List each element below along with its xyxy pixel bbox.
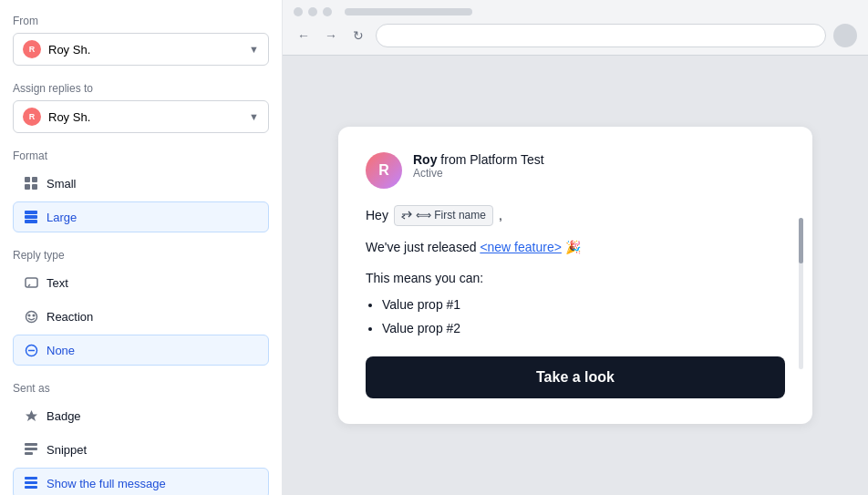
from-arrow-icon: ▼ — [249, 44, 259, 55]
svg-rect-5 — [25, 215, 37, 219]
reply-none-label: None — [46, 344, 75, 357]
format-large[interactable]: Large — [13, 201, 269, 232]
svg-rect-17 — [25, 481, 37, 484]
sent-as-options: Badge Snippet Show the f — [13, 400, 269, 495]
nav-bar: ← → ↻ — [294, 24, 857, 47]
value-prop-2: Value prop #2 — [382, 318, 785, 338]
svg-rect-18 — [25, 486, 37, 489]
url-input[interactable] — [376, 24, 826, 47]
reply-text[interactable]: Text — [13, 267, 269, 298]
svg-rect-3 — [32, 184, 37, 190]
from-section: From R Roy Sh. ▼ — [13, 15, 269, 66]
greeting-line: Hey ⟺ First name , — [366, 205, 785, 226]
sender-name: Roy from Platform Test — [413, 152, 544, 167]
svg-rect-7 — [26, 278, 37, 287]
from-avatar: R — [23, 40, 41, 58]
assign-replies-label: Assign replies to — [13, 82, 269, 95]
svg-point-10 — [33, 315, 35, 316]
sent-as-full-message-label: Show the full message — [46, 477, 166, 490]
swap-icon — [401, 211, 412, 220]
sent-as-snippet[interactable]: Snippet — [13, 434, 269, 465]
dot-red — [294, 7, 303, 16]
assign-value: Roy Sh. — [48, 110, 90, 124]
cta-button[interactable]: Take a look — [366, 356, 785, 398]
refresh-icon[interactable]: ↻ — [348, 28, 368, 43]
from-label: From — [13, 15, 269, 27]
small-icon — [23, 175, 39, 191]
sent-as-full-message[interactable]: Show the full message — [13, 468, 269, 495]
format-small-label: Small — [46, 177, 77, 191]
format-small[interactable]: Small — [13, 168, 269, 199]
feature-link[interactable]: <new feature> — [480, 240, 562, 254]
left-panel: From R Roy Sh. ▼ Assign replies to R Roy… — [0, 0, 283, 495]
large-icon — [23, 209, 39, 225]
format-options: Small Large — [13, 168, 269, 232]
svg-rect-1 — [32, 177, 37, 182]
forward-icon[interactable]: → — [321, 28, 341, 43]
back-icon[interactable]: ← — [294, 28, 314, 43]
first-name-label: ⟺ First name — [416, 207, 486, 224]
scrollbar-track — [799, 218, 803, 370]
from-value: Roy Sh. — [48, 43, 90, 57]
feature-text-paragraph: We've just released <new feature> 🎉 — [366, 237, 785, 257]
reply-text-label: Text — [46, 276, 68, 290]
text-icon — [23, 274, 39, 291]
none-icon — [23, 342, 39, 358]
snippet-icon — [23, 441, 39, 458]
feature-emoji: 🎉 — [565, 240, 581, 254]
message-card: R Roy from Platform Test Active Hey — [338, 127, 812, 425]
browser-menu-icon — [833, 24, 857, 47]
sent-as-label: Sent as — [13, 382, 269, 395]
card-header: R Roy from Platform Test Active — [366, 152, 785, 189]
svg-rect-2 — [25, 184, 30, 190]
assign-arrow-icon: ▼ — [249, 111, 259, 122]
value-props-list: Value prop #1 Value prop #2 — [366, 294, 785, 339]
svg-rect-6 — [25, 220, 37, 223]
full-message-icon — [23, 475, 39, 491]
sender-status: Active — [413, 167, 544, 180]
format-section: Format Small Large — [13, 150, 269, 232]
dot-yellow — [308, 7, 317, 16]
feature-text: We've just released — [366, 240, 480, 254]
format-label: Format — [13, 150, 269, 162]
browser-content: R Roy from Platform Test Active Hey — [283, 56, 868, 495]
dot-green — [323, 7, 332, 16]
svg-rect-13 — [25, 443, 37, 446]
svg-rect-0 — [25, 177, 30, 182]
assign-replies-dropdown[interactable]: R Roy Sh. ▼ — [13, 100, 269, 133]
reply-reaction[interactable]: Reaction — [13, 301, 269, 332]
assign-replies-section: Assign replies to R Roy Sh. ▼ — [13, 82, 269, 133]
means-text: This means you can: — [366, 268, 785, 288]
reply-type-section: Reply type Text — [13, 249, 269, 366]
browser-title-bar — [345, 8, 472, 15]
comma: , — [499, 205, 502, 225]
assign-avatar: R — [23, 108, 41, 126]
svg-point-8 — [26, 311, 36, 322]
svg-rect-4 — [25, 211, 37, 214]
svg-rect-14 — [25, 448, 37, 450]
sent-as-snippet-label: Snippet — [46, 443, 87, 457]
sent-as-badge-label: Badge — [46, 409, 81, 423]
sender-info: Roy from Platform Test Active — [413, 152, 544, 180]
card-body: Hey ⟺ First name , We've just released <… — [366, 205, 785, 399]
browser-bar: ← → ↻ — [283, 0, 868, 56]
svg-rect-15 — [25, 452, 33, 455]
reply-none[interactable]: None — [13, 335, 269, 366]
right-panel: ← → ↻ R Roy from Platform Test Active — [283, 0, 868, 495]
badge-icon — [23, 407, 39, 424]
sender-avatar: R — [366, 152, 402, 189]
reply-reaction-label: Reaction — [46, 310, 93, 324]
reply-type-label: Reply type — [13, 249, 269, 262]
svg-rect-16 — [25, 477, 37, 480]
value-prop-1: Value prop #1 — [382, 294, 785, 315]
from-dropdown[interactable]: R Roy Sh. ▼ — [13, 33, 269, 66]
greeting-text: Hey — [366, 205, 388, 225]
format-large-label: Large — [46, 211, 77, 224]
sent-as-section: Sent as Badge Snippet — [13, 382, 269, 495]
first-name-tag[interactable]: ⟺ First name — [394, 205, 493, 226]
reply-type-options: Text Reaction — [13, 267, 269, 366]
sent-as-badge[interactable]: Badge — [13, 400, 269, 431]
reaction-icon — [23, 308, 39, 325]
svg-point-9 — [28, 315, 30, 316]
scrollbar-thumb — [799, 218, 803, 263]
